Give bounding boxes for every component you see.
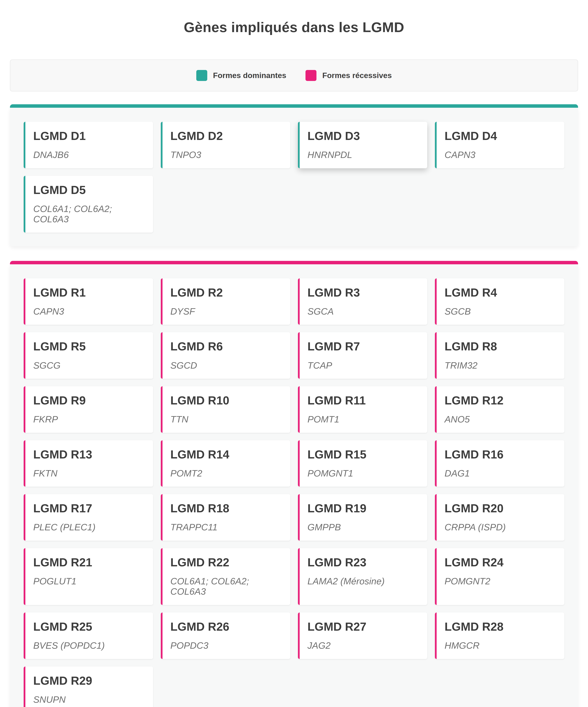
card-title: LGMD D2 <box>170 129 283 142</box>
card-gene-names: POMGNT2 <box>445 576 557 586</box>
card-lgmd-r2[interactable]: LGMD R2 DYSF <box>161 278 290 325</box>
card-title: LGMD R7 <box>308 340 420 353</box>
card-lgmd-r27[interactable]: LGMD R27 JAG2 <box>298 612 427 659</box>
recessive-section-accent-bar <box>10 261 578 264</box>
card-title: LGMD R9 <box>33 394 146 407</box>
card-title: LGMD R18 <box>170 502 283 515</box>
card-lgmd-r3[interactable]: LGMD R3 SGCA <box>298 278 427 325</box>
card-gene-names: TRIM32 <box>445 360 557 370</box>
dominant-color-swatch <box>196 70 207 81</box>
card-lgmd-r18[interactable]: LGMD R18 TRAPPC11 <box>161 494 290 541</box>
dominant-cards-grid: LGMD D1 DNAJB6 LGMD D2 TNPO3 LGMD D3 HNR… <box>24 122 564 233</box>
legend-item-recessive: Formes récessives <box>306 70 392 81</box>
card-title: LGMD R10 <box>170 394 283 407</box>
card-lgmd-r8[interactable]: LGMD R8 TRIM32 <box>435 332 564 379</box>
card-gene-names: COL6A1; COL6A2; COL6A3 <box>170 576 283 597</box>
dominant-section-accent-bar <box>10 104 578 108</box>
card-title: LGMD R20 <box>445 502 557 515</box>
card-gene-names: ANO5 <box>445 414 557 424</box>
card-lgmd-r12[interactable]: LGMD R12 ANO5 <box>435 386 564 433</box>
card-title: LGMD R3 <box>308 286 420 299</box>
card-lgmd-r25[interactable]: LGMD R25 BVES (POPDC1) <box>24 612 153 659</box>
card-lgmd-r4[interactable]: LGMD R4 SGCB <box>435 278 564 325</box>
card-gene-names: TNPO3 <box>170 149 283 160</box>
card-gene-names: SNUPN <box>33 694 146 705</box>
card-title: LGMD R22 <box>170 556 283 569</box>
card-title: LGMD D1 <box>33 129 146 142</box>
dominant-section-body: LGMD D1 DNAJB6 LGMD D2 TNPO3 LGMD D3 HNR… <box>10 108 578 246</box>
recessive-section-body: LGMD R1 CAPN3 LGMD R2 DYSF LGMD R3 SGCA … <box>10 264 578 707</box>
card-lgmd-r5[interactable]: LGMD R5 SGCG <box>24 332 153 379</box>
card-lgmd-r24[interactable]: LGMD R24 POMGNT2 <box>435 548 564 605</box>
card-gene-names: POGLUT1 <box>33 576 146 586</box>
card-lgmd-r19[interactable]: LGMD R19 GMPPB <box>298 494 427 541</box>
card-lgmd-r22[interactable]: LGMD R22 COL6A1; COL6A2; COL6A3 <box>161 548 290 605</box>
card-lgmd-r14[interactable]: LGMD R14 POMT2 <box>161 440 290 487</box>
card-gene-names: POMT2 <box>170 468 283 478</box>
card-lgmd-r9[interactable]: LGMD R9 FKRP <box>24 386 153 433</box>
recessive-cards-grid: LGMD R1 CAPN3 LGMD R2 DYSF LGMD R3 SGCA … <box>24 278 564 707</box>
card-title: LGMD R29 <box>33 674 146 687</box>
card-gene-names: DNAJB6 <box>33 149 146 160</box>
card-title: LGMD R26 <box>170 620 283 633</box>
card-lgmd-r10[interactable]: LGMD R10 TTN <box>161 386 290 433</box>
card-gene-names: SGCG <box>33 360 146 370</box>
card-gene-names: SGCD <box>170 360 283 370</box>
card-title: LGMD R2 <box>170 286 283 299</box>
card-lgmd-r11[interactable]: LGMD R11 POMT1 <box>298 386 427 433</box>
card-title: LGMD R16 <box>445 448 557 461</box>
card-gene-names: CAPN3 <box>33 306 146 316</box>
card-gene-names: FKTN <box>33 468 146 478</box>
card-lgmd-r13[interactable]: LGMD R13 FKTN <box>24 440 153 487</box>
card-lgmd-r28[interactable]: LGMD R28 HMGCR <box>435 612 564 659</box>
card-lgmd-d2[interactable]: LGMD D2 TNPO3 <box>161 122 290 168</box>
card-lgmd-d5[interactable]: LGMD D5 COL6A1; COL6A2; COL6A3 <box>24 176 153 233</box>
recessive-section: LGMD R1 CAPN3 LGMD R2 DYSF LGMD R3 SGCA … <box>10 261 578 707</box>
recessive-color-swatch <box>306 70 316 81</box>
card-lgmd-d3[interactable]: LGMD D3 HNRNPDL <box>298 122 427 168</box>
card-lgmd-d1[interactable]: LGMD D1 DNAJB6 <box>24 122 153 168</box>
card-title: LGMD R27 <box>308 620 420 633</box>
dominant-legend-label: Formes dominantes <box>213 71 286 80</box>
card-gene-names: FKRP <box>33 414 146 424</box>
card-lgmd-r29[interactable]: LGMD R29 SNUPN <box>24 667 153 707</box>
card-lgmd-r23[interactable]: LGMD R23 LAMA2 (Mérosine) <box>298 548 427 605</box>
card-lgmd-r21[interactable]: LGMD R21 POGLUT1 <box>24 548 153 605</box>
card-gene-names: POPDC3 <box>170 640 283 650</box>
card-title: LGMD D5 <box>33 183 146 196</box>
card-lgmd-r26[interactable]: LGMD R26 POPDC3 <box>161 612 290 659</box>
card-lgmd-r20[interactable]: LGMD R20 CRPPA (ISPD) <box>435 494 564 541</box>
card-title: LGMD R4 <box>445 286 557 299</box>
card-title: LGMD R6 <box>170 340 283 353</box>
card-gene-names: COL6A1; COL6A2; COL6A3 <box>33 204 146 224</box>
card-lgmd-r6[interactable]: LGMD R6 SGCD <box>161 332 290 379</box>
card-lgmd-r17[interactable]: LGMD R17 PLEC (PLEC1) <box>24 494 153 541</box>
card-title: LGMD R24 <box>445 556 557 569</box>
card-gene-names: SGCA <box>308 306 420 316</box>
card-title: LGMD R15 <box>308 448 420 461</box>
card-title: LGMD R11 <box>308 394 420 407</box>
legend: Formes dominantes Formes récessives <box>10 60 578 92</box>
card-title: LGMD R5 <box>33 340 146 353</box>
card-title: LGMD R23 <box>308 556 420 569</box>
card-title: LGMD R8 <box>445 340 557 353</box>
card-title: LGMD R13 <box>33 448 146 461</box>
card-gene-names: GMPPB <box>308 522 420 532</box>
card-gene-names: TCAP <box>308 360 420 370</box>
card-title: LGMD R17 <box>33 502 146 515</box>
card-lgmd-r7[interactable]: LGMD R7 TCAP <box>298 332 427 379</box>
card-gene-names: DAG1 <box>445 468 557 478</box>
card-lgmd-r15[interactable]: LGMD R15 POMGNT1 <box>298 440 427 487</box>
card-gene-names: TRAPPC11 <box>170 522 283 532</box>
card-title: LGMD R1 <box>33 286 146 299</box>
card-title: LGMD R25 <box>33 620 146 633</box>
card-gene-names: TTN <box>170 414 283 424</box>
card-gene-names: POMT1 <box>308 414 420 424</box>
card-gene-names: HNRNPDL <box>308 149 420 160</box>
card-lgmd-r1[interactable]: LGMD R1 CAPN3 <box>24 278 153 325</box>
card-gene-names: PLEC (PLEC1) <box>33 522 146 532</box>
card-lgmd-d4[interactable]: LGMD D4 CAPN3 <box>435 122 564 168</box>
legend-item-dominant: Formes dominantes <box>196 70 286 81</box>
card-gene-names: CRPPA (ISPD) <box>445 522 557 532</box>
card-lgmd-r16[interactable]: LGMD R16 DAG1 <box>435 440 564 487</box>
